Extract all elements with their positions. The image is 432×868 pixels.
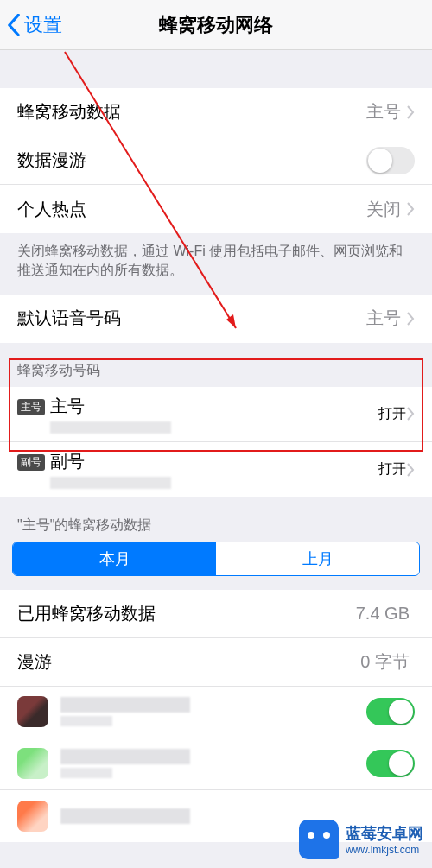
sim-primary-row[interactable]: 主号 主号 打开 [0, 387, 432, 442]
usage-header: "主号"的蜂窝移动数据 [0, 497, 432, 542]
sim-number-redacted [50, 421, 171, 434]
personal-hotspot-value: 关闭 [366, 198, 401, 221]
roaming-usage-row: 漫游 0 字节 [0, 638, 432, 687]
sim-secondary-row[interactable]: 副号 副号 打开 [0, 442, 432, 497]
sim-title: 主号 [50, 395, 378, 418]
personal-hotspot-label: 个人热点 [17, 198, 366, 221]
chevron-right-icon [406, 105, 415, 119]
data-roaming-switch[interactable] [366, 147, 415, 174]
sim-status: 打开 [378, 405, 406, 423]
personal-hotspot-row[interactable]: 个人热点 关闭 [0, 185, 432, 233]
sim-title: 副号 [50, 450, 378, 473]
cellular-data-row[interactable]: 蜂窝移动数据 主号 [0, 88, 432, 136]
default-voice-value: 主号 [366, 307, 401, 330]
page-title: 蜂窝移动网络 [0, 12, 432, 38]
default-voice-label: 默认语音号码 [17, 307, 366, 330]
chevron-right-icon [406, 312, 415, 326]
used-data-row: 已用蜂窝移动数据 7.4 GB [0, 590, 432, 638]
watermark: 蓝莓安卓网 www.lmkjst.com [299, 820, 423, 859]
sim-badge: 主号 [17, 399, 45, 415]
app-row [0, 687, 432, 738]
app-usage-redacted [60, 768, 112, 778]
app-icon [17, 696, 48, 727]
nav-bar: 设置 蜂窝移动网络 [0, 0, 432, 50]
app-row [0, 738, 432, 790]
data-roaming-row: 数据漫游 [0, 136, 432, 185]
watermark-title: 蓝莓安卓网 [346, 823, 423, 844]
plans-header: 蜂窝移动号码 [0, 343, 432, 387]
plans-group: 主号 主号 打开 副号 副号 打开 [0, 387, 432, 497]
default-voice-row[interactable]: 默认语音号码 主号 [0, 295, 432, 343]
usage-group: 已用蜂窝移动数据 7.4 GB 漫游 0 字节 [0, 590, 432, 842]
segment-previous-month[interactable]: 上月 [216, 542, 419, 575]
app-toggle[interactable] [366, 698, 415, 725]
chevron-left-icon [7, 14, 21, 36]
watermark-logo-icon [299, 820, 339, 859]
data-roaming-label: 数据漫游 [17, 149, 366, 172]
chevron-right-icon [406, 202, 415, 216]
watermark-url: www.lmkjst.com [346, 844, 423, 856]
used-data-value: 7.4 GB [356, 604, 410, 624]
app-usage-redacted [60, 716, 112, 726]
cellular-settings-group: 蜂窝移动数据 主号 数据漫游 个人热点 关闭 [0, 88, 432, 233]
chevron-right-icon [406, 463, 415, 477]
back-label: 设置 [24, 12, 62, 38]
roaming-usage-value: 0 字节 [360, 650, 410, 674]
cellular-data-value: 主号 [366, 100, 401, 124]
app-toggle[interactable] [366, 750, 415, 777]
chevron-right-icon [406, 407, 415, 421]
cellular-data-label: 蜂窝移动数据 [17, 100, 366, 124]
segment-current-month[interactable]: 本月 [13, 542, 216, 575]
sim-badge: 副号 [17, 454, 45, 471]
app-icon [17, 801, 48, 832]
app-name-redacted [60, 749, 190, 764]
usage-segmented-control[interactable]: 本月 上月 [12, 542, 420, 576]
sim-number-redacted [50, 477, 171, 489]
sim-status: 打开 [378, 460, 406, 478]
used-data-label: 已用蜂窝移动数据 [17, 602, 356, 625]
cellular-footer-note: 关闭蜂窝移动数据，通过 Wi-Fi 使用包括电子邮件、网页浏览和推送通知在内的所… [0, 233, 432, 295]
app-name-redacted [60, 808, 190, 824]
app-icon [17, 748, 48, 779]
app-name-redacted [60, 697, 190, 713]
back-button[interactable]: 设置 [0, 12, 62, 38]
roaming-usage-label: 漫游 [17, 650, 360, 674]
default-voice-group: 默认语音号码 主号 [0, 295, 432, 343]
